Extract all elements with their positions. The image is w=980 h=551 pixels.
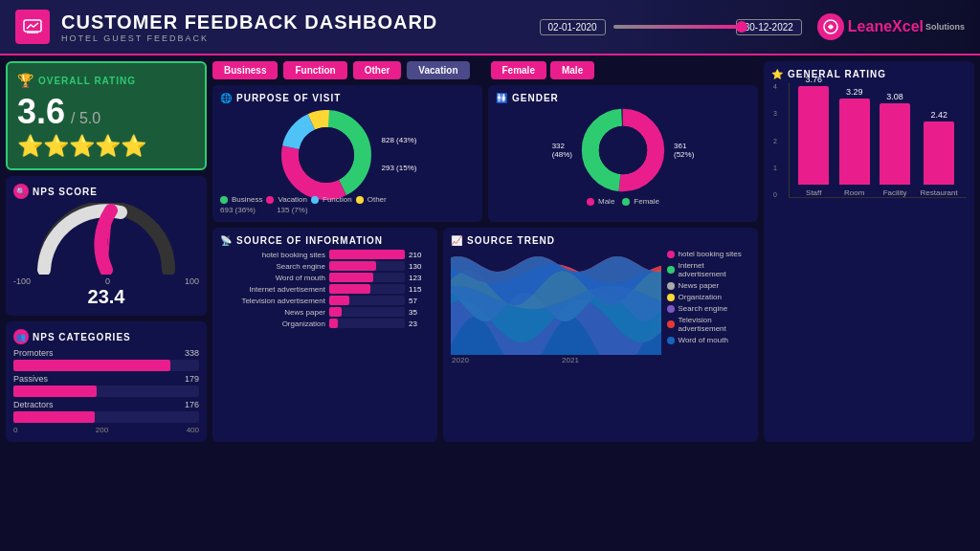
source-info-card: 📡 SOURCE OF INFORMATION hotel booking si… <box>212 228 437 442</box>
general-bar-col: 3.76 Staff <box>798 75 829 197</box>
general-bar-rect <box>798 86 829 185</box>
nps-categories-title: 👥 NPS CATEGORIES <box>13 329 199 344</box>
general-bar-rect <box>880 103 910 185</box>
source-bar-row: Organization 23 <box>220 319 430 328</box>
source-info-title: 📡 SOURCE OF INFORMATION <box>220 235 430 246</box>
general-rating-chart: 0 1 2 3 4 3.76 Staff 3.29 Room 3.08 Faci… <box>771 83 967 198</box>
purpose-labels: 828 (43%) 293 (15%) <box>382 135 417 175</box>
source-bar-row: hotel booking sites 210 <box>220 250 430 259</box>
main-layout: 🏆 OVERALL RATING 3.6 / 5.0 ⭐⭐⭐⭐⭐ 🔍 NPS S… <box>0 55 980 551</box>
source-trend-chart: 202020212022 <box>451 250 661 368</box>
nps-cat-row: Passives 179 <box>13 374 199 397</box>
svg-point-9 <box>299 127 354 183</box>
y-axis: 0 1 2 3 4 <box>771 83 779 198</box>
header-title: CUSTOMER FEEDBACK DASHBOARD HOTEL GUEST … <box>61 11 540 43</box>
right-column: ⭐ GENERAL RATING 0 1 2 3 4 3.76 Staff 3.… <box>764 61 974 442</box>
gender-filter-group: Female Male <box>491 61 595 79</box>
middle-column: Business Function Other Vacation Female … <box>212 61 758 442</box>
purpose-donut <box>278 107 374 203</box>
nps-title: 🔍 NPS SCORE <box>13 184 199 199</box>
gender-legend: Male Female <box>496 197 750 206</box>
trend-legend-item: Word of mouth <box>667 336 750 344</box>
nps-cat-icon: 👥 <box>13 329 29 344</box>
general-bar-chart: 3.76 Staff 3.29 Room 3.08 Facility 2.42 … <box>789 83 967 198</box>
trend-legend-item: Organization <box>667 293 750 301</box>
filter-vacation[interactable]: Vacation <box>407 61 469 79</box>
logo-text2: cel <box>902 18 924 35</box>
nps-value: 23.4 <box>13 286 199 308</box>
overall-rating-card: 🏆 OVERALL RATING 3.6 / 5.0 ⭐⭐⭐⭐⭐ <box>6 61 207 170</box>
filter-female[interactable]: Female <box>491 61 546 79</box>
source-trend-card: 📈 SOURCE TREND 202020212022 hotel bookin… <box>443 228 758 442</box>
trend-legend-item: News paper <box>667 281 750 290</box>
trend-legend-item: Internet advertisement <box>667 261 750 278</box>
left-column: 🏆 OVERALL RATING 3.6 / 5.0 ⭐⭐⭐⭐⭐ 🔍 NPS S… <box>6 61 207 442</box>
logo-text1: Leane <box>848 18 892 35</box>
nps-gauge <box>34 203 178 275</box>
purpose-card: 🌐 PURPOSE OF VISIT <box>212 85 482 222</box>
date-slider-fill <box>613 25 747 29</box>
nps-category-bars: Promoters 338 Passives 179 Detractors 17… <box>13 348 199 423</box>
purpose-title: 🌐 PURPOSE OF VISIT <box>220 93 475 103</box>
nps-cat-axis: 0 200 400 <box>13 426 199 434</box>
source-bar-row: Word of mouth 123 <box>220 273 430 282</box>
source-bar-row: News paper 35 <box>220 307 430 317</box>
top-charts-row: 🌐 PURPOSE OF VISIT <box>212 85 758 222</box>
dashboard-title: CUSTOMER FEEDBACK DASHBOARD <box>61 11 540 33</box>
svg-point-12 <box>599 126 647 174</box>
date-range: 02-01-2020 30-12-2022 <box>540 19 802 35</box>
gender-title: 🚻 GENDER <box>496 93 750 103</box>
purpose-legend: Business Vacation Function Other <box>220 195 475 204</box>
date-slider-thumb[interactable] <box>736 21 747 33</box>
nps-score-card: 🔍 NPS SCORE -100 0 100 <box>6 176 207 316</box>
filter-business[interactable]: Business <box>212 61 278 79</box>
trend-legend-item: Search engine <box>667 304 750 313</box>
general-bar-rect <box>839 99 870 185</box>
filter-male[interactable]: Male <box>550 61 594 79</box>
dashboard-subtitle: HOTEL GUEST FEEDBACK <box>61 33 540 43</box>
gender-card: 🚻 GENDER 332 (48%) <box>488 85 758 222</box>
general-bar-col: 3.29 Room <box>839 87 870 197</box>
rating-stars: ⭐⭐⭐⭐⭐ <box>17 134 195 159</box>
header: CUSTOMER FEEDBACK DASHBOARD HOTEL GUEST … <box>0 0 980 55</box>
general-bar-col: 2.42 Restaurant <box>921 110 958 197</box>
gender-left-label: 332 (48%) <box>552 142 572 159</box>
trend-legend-item: hotel booking sites <box>667 250 750 258</box>
source-bars-container: hotel booking sites 210 Search engine 13… <box>220 250 430 328</box>
nps-categories-card: 👥 NPS CATEGORIES Promoters 338 Passives … <box>6 321 207 442</box>
source-bar-row: Internet advertisement 115 <box>220 284 430 294</box>
rating-denom: / 5.0 <box>71 110 100 127</box>
source-trend-content: 202020212022 hotel booking sites Interne… <box>451 250 750 368</box>
logo-sub: Solutions <box>925 22 965 32</box>
svg-text:2020: 2020 <box>452 356 469 364</box>
trend-legend-item: Television advertisement <box>667 316 750 333</box>
trend-legend: hotel booking sites Internet advertiseme… <box>667 250 750 368</box>
bottom-charts-row: 📡 SOURCE OF INFORMATION hotel booking si… <box>212 228 758 442</box>
general-bar-rect <box>924 121 954 185</box>
date-slider[interactable] <box>613 25 747 29</box>
logo: LeaneXcel Solutions <box>817 13 965 40</box>
nps-cat-row: Promoters 338 <box>13 348 199 371</box>
gender-donut <box>580 107 666 193</box>
filter-other[interactable]: Other <box>353 61 402 79</box>
source-bar-row: Television advertisement 57 <box>220 296 430 305</box>
overall-rating-title: 🏆 OVERALL RATING <box>17 73 195 88</box>
svg-point-4 <box>102 266 110 274</box>
source-bar-row: Search engine 130 <box>220 261 430 271</box>
gender-right-label: 361 (52%) <box>674 142 694 159</box>
general-bar-col: 3.08 Facility <box>880 92 910 197</box>
rating-score: 3.6 <box>17 92 65 132</box>
logo-x: X <box>892 18 902 35</box>
app-icon <box>15 10 50 44</box>
source-trend-title: 📈 SOURCE TREND <box>451 235 750 246</box>
nps-cat-row: Detractors 176 <box>13 400 199 423</box>
general-rating-card: ⭐ GENERAL RATING 0 1 2 3 4 3.76 Staff 3.… <box>764 61 974 442</box>
nps-axis-labels: -100 0 100 <box>13 276 199 286</box>
date-start[interactable]: 02-01-2020 <box>540 19 606 35</box>
nps-icon: 🔍 <box>13 184 29 199</box>
svg-text:2021: 2021 <box>562 356 579 364</box>
filter-function[interactable]: Function <box>283 61 346 79</box>
filter-row: Business Function Other Vacation Female … <box>212 61 758 79</box>
purpose-extra-labels: 693 (36%) 135 (7%) <box>220 206 475 214</box>
